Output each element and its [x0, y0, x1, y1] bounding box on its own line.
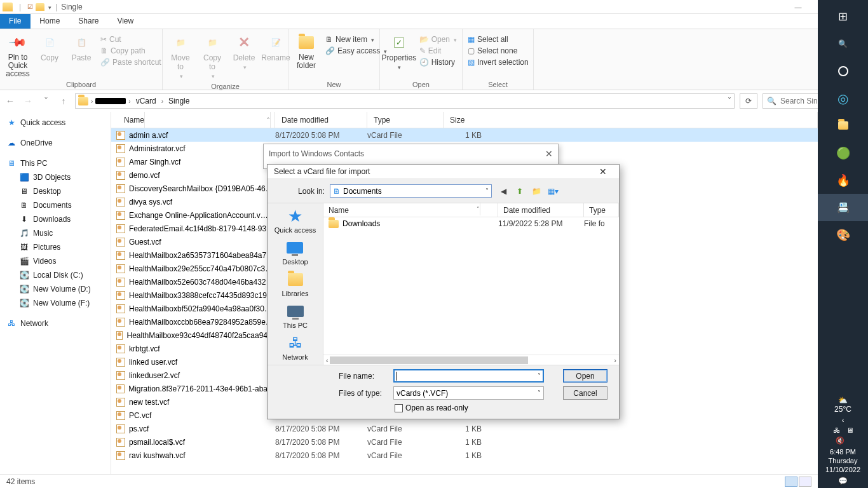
taskbar-explorer[interactable]: [818, 112, 868, 139]
move-to-button[interactable]: 📁Move to: [166, 32, 194, 81]
copy-button[interactable]: 📄Copy: [36, 32, 64, 64]
pin-quick-access-button[interactable]: 📌 Pin to Quick access: [4, 32, 32, 79]
col-date[interactable]: Date modified: [275, 112, 367, 128]
qat-check-icon[interactable]: ☑: [27, 3, 33, 10]
edit-button[interactable]: ✎Edit: [418, 46, 458, 56]
forward-button[interactable]: →: [22, 95, 34, 107]
col-size[interactable]: Size: [444, 112, 818, 128]
sidebar-quick-access[interactable]: ★Quick access: [3, 116, 108, 130]
dlg-col-type[interactable]: Type: [584, 203, 619, 217]
taskbar-paint[interactable]: 🎨: [818, 221, 868, 248]
tab-view[interactable]: View: [108, 14, 143, 29]
col-type[interactable]: Type: [367, 112, 444, 128]
taskbar-app[interactable]: 🔥: [818, 166, 868, 194]
sidebar-item[interactable]: 🖥Desktop: [3, 184, 108, 198]
new-item-button[interactable]: 🗎New item: [324, 34, 388, 44]
place-libraries[interactable]: Libraries: [281, 271, 308, 297]
paste-shortcut-button[interactable]: 🔗Paste shortcut: [99, 57, 163, 67]
lookin-combo[interactable]: 🗎 Documents ˅: [330, 184, 492, 198]
tab-home[interactable]: Home: [31, 14, 69, 29]
tab-share[interactable]: Share: [69, 14, 108, 29]
sidebar-item[interactable]: ⬇Downloads: [3, 212, 108, 226]
invert-selection-button[interactable]: ▧Invert selection: [466, 57, 530, 67]
delete-button[interactable]: ✕Delete: [230, 32, 258, 72]
close-icon[interactable]: ✕: [545, 149, 553, 159]
search-button[interactable]: 🔍: [818, 30, 868, 57]
view-large-button[interactable]: [799, 477, 811, 487]
copy-path-button[interactable]: 🗎Copy path: [99, 46, 163, 56]
readonly-checkbox[interactable]: Open as read-only: [395, 403, 468, 412]
sidebar-item[interactable]: 🖼Pictures: [3, 240, 108, 254]
taskbar-edge[interactable]: ◎: [818, 85, 868, 112]
file-row[interactable]: ravi kushwah.vcf8/17/2020 5:08 PMvCard F…: [111, 449, 818, 462]
dlg-column-headers[interactable]: Name ˄ Date modified Type: [323, 203, 619, 217]
sidebar-this-pc[interactable]: 🖥This PC: [3, 156, 108, 170]
new-folder-button[interactable]: New folder: [292, 32, 320, 71]
sidebar-onedrive[interactable]: ☁OneDrive: [3, 136, 108, 150]
back-button[interactable]: ←: [4, 95, 17, 107]
up-nav-icon[interactable]: ⬆: [513, 185, 526, 198]
tray-monitor-icon[interactable]: 🖥: [846, 426, 853, 434]
file-row[interactable]: psmail.local$.vcf8/17/2020 5:08 PMvCard …: [111, 435, 818, 449]
easy-access-button[interactable]: 🔗Easy access: [324, 46, 388, 56]
view-menu-icon[interactable]: ▦▾: [546, 185, 559, 198]
tray-volume-icon[interactable]: 🔇: [836, 437, 844, 445]
tray-weather[interactable]: ⛅25°C: [834, 396, 851, 414]
crumb-vcard[interactable]: vCard: [133, 97, 159, 105]
properties-button[interactable]: ✓Properties: [384, 32, 414, 72]
tray-notifications[interactable]: 💬: [838, 477, 848, 485]
col-name[interactable]: Name˄: [111, 112, 275, 128]
tray-clock[interactable]: 6:48 PM Thursday 11/10/2022: [825, 447, 860, 474]
dlg-col-date[interactable]: Date modified: [498, 203, 584, 217]
taskbar-chrome[interactable]: 🟢: [818, 139, 868, 166]
sidebar-item[interactable]: 💽Local Disk (C:): [3, 268, 108, 282]
cut-button[interactable]: ✂Cut: [99, 34, 163, 44]
up-button[interactable]: ↑: [57, 95, 70, 107]
folder-icon[interactable]: [36, 3, 44, 11]
back-nav-icon[interactable]: ◀: [497, 185, 510, 198]
taskbar-contacts[interactable]: 📇: [818, 194, 868, 221]
place-quick-access[interactable]: ★Quick access: [275, 207, 316, 234]
horizontal-scrollbar[interactable]: ‹›: [323, 355, 619, 365]
filename-input[interactable]: ˅: [393, 369, 544, 383]
tab-file[interactable]: File: [0, 14, 31, 29]
file-row[interactable]: admin a.vcf8/17/2020 5:08 PMvCard File1 …: [111, 128, 818, 142]
close-button[interactable]: ✕: [593, 166, 613, 177]
paste-button[interactable]: 📋Paste: [67, 32, 95, 64]
rename-button[interactable]: 📝Rename: [262, 32, 290, 64]
refresh-button[interactable]: ⟳: [740, 93, 757, 109]
sidebar-item[interactable]: 💽New Volume (F:): [3, 296, 108, 310]
open-button[interactable]: 📂Open: [418, 34, 458, 44]
select-all-button[interactable]: ▦Select all: [466, 34, 530, 44]
tray-network-icon[interactable]: 🖧: [833, 426, 840, 434]
start-button[interactable]: ⊞: [818, 3, 868, 30]
copy-to-button[interactable]: 📁Copy to: [198, 32, 226, 81]
sidebar-network[interactable]: 🖧Network: [3, 316, 108, 330]
history-button[interactable]: 🕘History: [418, 57, 458, 67]
filetype-combo[interactable]: vCards (*.VCF) ˅: [393, 386, 544, 400]
sidebar-item[interactable]: 🎵Music: [3, 226, 108, 240]
select-none-button[interactable]: ▢Select none: [466, 46, 530, 56]
recent-dropdown[interactable]: ˅: [39, 95, 52, 107]
dlg-file-row[interactable]: Downloads11/9/2022 5:28 PMFile fo: [323, 217, 619, 230]
crumb-single[interactable]: Single: [166, 97, 192, 105]
file-row[interactable]: ps.vcf8/17/2020 5:08 PMvCard File1 KB: [111, 422, 818, 435]
open-button[interactable]: Open: [563, 369, 607, 383]
cancel-button[interactable]: Cancel: [563, 386, 607, 400]
view-details-button[interactable]: [785, 477, 797, 487]
tray-expand[interactable]: ‹: [842, 416, 844, 424]
address-dropdown[interactable]: ˅: [728, 97, 731, 105]
cortana-button[interactable]: [818, 57, 868, 85]
sidebar-item[interactable]: 💽New Volume (D:): [3, 282, 108, 296]
minimize-button[interactable]: —: [784, 0, 812, 14]
sidebar-item[interactable]: 🎬Videos: [3, 254, 108, 268]
qat-dropdown[interactable]: [47, 3, 51, 11]
new-folder-icon[interactable]: 📁: [530, 185, 543, 198]
place-network[interactable]: 🖧Network: [282, 334, 308, 361]
sidebar-item[interactable]: 🗎Documents: [3, 198, 108, 212]
column-headers[interactable]: Name˄ Date modified Type Size: [111, 112, 818, 128]
place-desktop[interactable]: Desktop: [282, 239, 308, 266]
sidebar-item[interactable]: 🟦3D Objects: [3, 170, 108, 184]
breadcrumb-bar[interactable]: › › vCard › Single ˅: [75, 93, 735, 109]
place-this-pc[interactable]: This PC: [283, 302, 308, 329]
